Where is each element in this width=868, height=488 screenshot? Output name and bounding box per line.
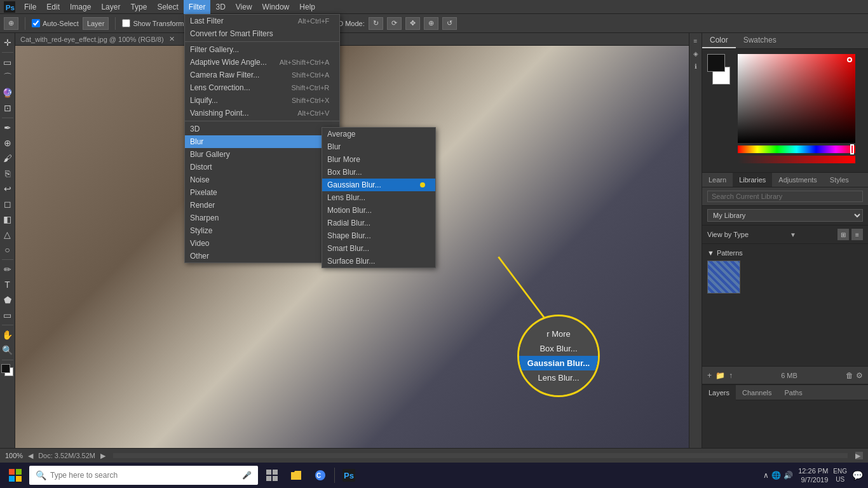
library-select[interactable]: My Library <box>707 209 863 222</box>
color-swatches[interactable] <box>1 364 14 377</box>
submenu-lens-blur[interactable]: Lens Blur... <box>322 191 435 204</box>
menu-blur-gallery[interactable]: Blur Gallery ▶ <box>185 148 339 161</box>
gradient-tool[interactable]: ◧ <box>1 212 15 226</box>
library-settings-btn[interactable]: ⚙ <box>856 371 863 380</box>
tab-styles[interactable]: Styles <box>824 173 855 187</box>
menu-filter-gallery[interactable]: Filter Gallery... <box>185 43 339 56</box>
cloud-upload-btn[interactable]: ↑ <box>729 371 733 380</box>
path-select-tool[interactable]: ⬟ <box>1 293 15 307</box>
color-hue-bar[interactable] <box>738 146 855 153</box>
menu-vanishing-point[interactable]: Vanishing Point... Alt+Ctrl+V <box>185 107 339 119</box>
menu-noise[interactable]: Noise ▶ <box>185 173 339 186</box>
type-tool[interactable]: T <box>1 278 15 292</box>
menu-blur[interactable]: Blur ▶ <box>185 135 339 148</box>
3d-pan-btn[interactable]: ✥ <box>405 17 420 30</box>
network-icon[interactable]: 🌐 <box>771 471 781 480</box>
zoom-tool[interactable]: 🔍 <box>1 343 15 357</box>
add-item-btn[interactable]: + <box>707 371 712 380</box>
blur-tool[interactable]: △ <box>1 227 15 241</box>
scroll-right-btn[interactable]: ▶ <box>855 452 863 459</box>
3d-zoom-btn[interactable]: ⊕ <box>424 17 438 30</box>
menu-file[interactable]: File <box>19 0 41 14</box>
tab-color[interactable]: Color <box>702 33 736 48</box>
eyedropper-tool[interactable]: ✒ <box>1 121 15 135</box>
auto-select-checkbox[interactable] <box>32 19 40 27</box>
menu-filter[interactable]: Filter <box>184 0 211 14</box>
marquee-tool[interactable]: ▭ <box>1 55 15 69</box>
menu-camera-raw[interactable]: Camera Raw Filter... Shift+Ctrl+A <box>185 69 339 81</box>
lasso-tool[interactable]: ⌒ <box>1 71 15 85</box>
pen-tool[interactable]: ✏ <box>1 262 15 276</box>
menu-3d-filter[interactable]: 3D ▶ <box>185 123 339 135</box>
task-view-btn[interactable] <box>262 465 282 485</box>
list-view-btn[interactable]: ≡ <box>851 229 863 240</box>
menu-window[interactable]: Window <box>257 0 295 14</box>
menu-adaptive-wide[interactable]: Adaptive Wide Angle... Alt+Shift+Ctrl+A <box>185 56 339 69</box>
tab-channels[interactable]: Channels <box>736 385 778 400</box>
pattern-thumbnail[interactable] <box>707 261 740 294</box>
submenu-surface-blur[interactable]: Surface Blur... <box>322 255 435 268</box>
taskbar-time[interactable]: 12:26 PM 9/7/2019 <box>798 466 828 485</box>
menu-edit[interactable]: Edit <box>41 0 65 14</box>
taskbar-search-input[interactable] <box>50 471 238 480</box>
menu-sharpen[interactable]: Sharpen ▶ <box>185 212 339 224</box>
tab-libraries[interactable]: Libraries <box>733 173 772 187</box>
info-btn[interactable]: ℹ <box>691 61 701 71</box>
menu-distort[interactable]: Distort ▶ <box>185 161 339 173</box>
menu-select[interactable]: Select <box>152 0 183 14</box>
clone-stamp-tool[interactable]: ⎘ <box>1 166 15 180</box>
transform-checkbox[interactable] <box>122 19 130 27</box>
menu-convert-smart[interactable]: Convert for Smart Filters <box>185 27 339 40</box>
dodge-tool[interactable]: ○ <box>1 243 15 257</box>
menu-render[interactable]: Render <box>185 199 339 212</box>
notification-btn[interactable]: 💬 <box>852 470 863 480</box>
canvas-close-btn[interactable]: ✕ <box>169 35 175 43</box>
volume-icon[interactable]: 🔊 <box>783 471 793 480</box>
color-alpha-bar[interactable] <box>738 156 855 163</box>
tab-layers[interactable]: Layers <box>702 385 736 400</box>
grid-view-btn[interactable]: ⊞ <box>837 229 849 240</box>
menu-liquify[interactable]: Liquify... Shift+Ctrl+X <box>185 94 339 107</box>
submenu-smart-blur[interactable]: Smart Blur... <box>322 242 435 255</box>
foreground-color[interactable] <box>1 364 10 373</box>
tab-paths[interactable]: Paths <box>778 385 809 400</box>
eraser-tool[interactable]: ◻ <box>1 197 15 211</box>
submenu-radial-blur[interactable]: Radial Blur... <box>322 217 435 229</box>
3d-roll-btn[interactable]: ↺ <box>442 17 457 30</box>
submenu-average[interactable]: Average <box>322 128 435 140</box>
menu-lens-correction[interactable]: Lens Correction... Shift+Ctrl+R <box>185 81 339 94</box>
properties-btn[interactable]: ≡ <box>691 36 701 46</box>
folder-btn[interactable]: 📁 <box>715 371 725 380</box>
adjust-btn[interactable]: ◈ <box>691 48 701 58</box>
file-explorer-btn[interactable] <box>286 465 306 485</box>
tab-adjustments[interactable]: Adjustments <box>772 173 824 187</box>
submenu-blur-more[interactable]: Blur More <box>322 153 435 166</box>
browser-btn[interactable]: C <box>310 465 330 485</box>
shape-tool[interactable]: ▭ <box>1 308 15 322</box>
library-search-input[interactable] <box>707 191 863 202</box>
library-delete-btn[interactable]: 🗑 <box>846 371 853 380</box>
menu-layer[interactable]: Layer <box>96 0 125 14</box>
start-button[interactable] <box>5 465 25 485</box>
menu-image[interactable]: Image <box>65 0 96 14</box>
move-tool[interactable]: ✛ <box>1 36 15 50</box>
tab-learn[interactable]: Learn <box>702 173 733 187</box>
healing-brush-tool[interactable]: ⊕ <box>1 136 15 150</box>
submenu-motion-blur[interactable]: Motion Blur... <box>322 204 435 217</box>
move-tool-btn[interactable]: ⊕ <box>4 17 18 30</box>
menu-stylize[interactable]: Stylize ▶ <box>185 224 339 237</box>
menu-3d[interactable]: 3D <box>210 0 230 14</box>
foreground-swatch[interactable] <box>707 54 725 72</box>
menu-last-filter[interactable]: Last Filter Alt+Ctrl+F <box>185 15 339 27</box>
submenu-blur[interactable]: Blur <box>322 140 435 153</box>
menu-pixelate[interactable]: Pixelate ▶ <box>185 186 339 199</box>
status-arrow-left[interactable]: ◀ <box>28 452 33 460</box>
up-arrow-icon[interactable]: ∧ <box>763 471 769 480</box>
history-brush-tool[interactable]: ↩ <box>1 182 15 196</box>
color-gradient-picker[interactable] <box>738 54 855 143</box>
taskbar-search-bar[interactable]: 🔍 🎤 <box>29 466 258 485</box>
3d-mode-btn[interactable]: ↻ <box>369 17 383 30</box>
hand-tool[interactable]: ✋ <box>1 328 15 342</box>
submenu-box-blur[interactable]: Box Blur... <box>322 166 435 179</box>
menu-video[interactable]: Video ▶ <box>185 237 339 250</box>
